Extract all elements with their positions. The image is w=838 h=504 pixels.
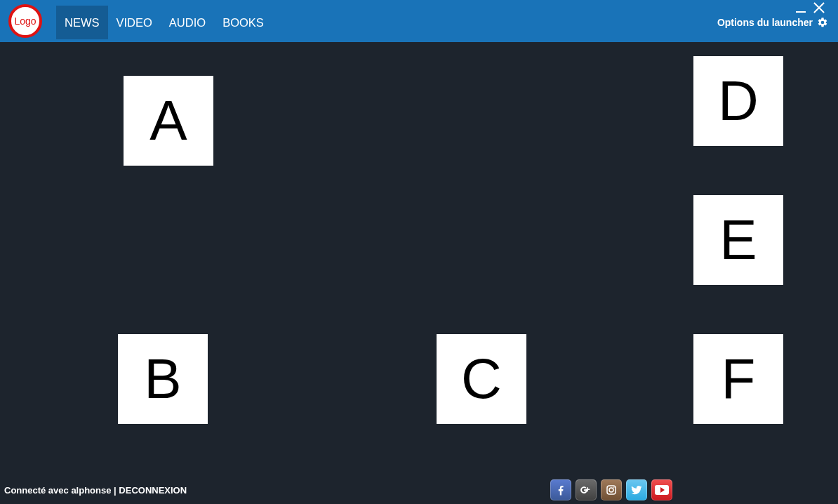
tile-d[interactable]: D — [693, 56, 783, 146]
tile-b[interactable]: B — [118, 334, 208, 424]
tab-video[interactable]: VIDEO — [108, 6, 161, 39]
nav-tabs: NEWS VIDEO AUDIO BOOKS — [56, 0, 272, 42]
close-icon[interactable] — [813, 1, 825, 14]
tile-c[interactable]: C — [437, 334, 526, 424]
tile-e[interactable]: E — [693, 195, 783, 285]
svg-point-2 — [613, 487, 615, 489]
google-plus-icon[interactable] — [576, 479, 597, 500]
minimize-icon[interactable] — [796, 4, 806, 14]
tab-books[interactable]: BOOKS — [214, 6, 272, 39]
connected-prefix: Connecté avec — [4, 485, 71, 496]
launcher-options-button[interactable]: Options du launcher — [717, 17, 828, 28]
launcher-options-label: Options du launcher — [717, 17, 813, 28]
header-bar: Logo NEWS VIDEO AUDIO BOOKS Options du l… — [0, 0, 838, 42]
connected-username: alphonse — [71, 485, 111, 496]
status-separator: | — [111, 485, 119, 496]
footer-bar: Connecté avec alphonse | DECONNEXION — [0, 477, 838, 504]
svg-point-1 — [609, 488, 613, 492]
logout-link[interactable]: DECONNEXION — [119, 485, 187, 496]
window-controls — [796, 1, 825, 14]
youtube-icon[interactable] — [651, 479, 672, 500]
gear-icon — [817, 17, 828, 28]
twitter-icon[interactable] — [626, 479, 647, 500]
tile-f[interactable]: F — [693, 334, 783, 424]
social-buttons — [550, 479, 672, 500]
tile-a[interactable]: A — [124, 76, 213, 166]
app-logo[interactable]: Logo — [8, 4, 42, 38]
youtube-play-icon — [655, 485, 669, 495]
instagram-icon[interactable] — [601, 479, 622, 500]
tab-news[interactable]: NEWS — [56, 6, 108, 39]
tab-audio[interactable]: AUDIO — [161, 6, 214, 39]
header-right: Options du launcher — [717, 0, 832, 42]
connection-status: Connecté avec alphonse | DECONNEXION — [4, 485, 187, 496]
content-area: A B C D E F — [0, 42, 838, 477]
facebook-icon[interactable] — [550, 479, 571, 500]
